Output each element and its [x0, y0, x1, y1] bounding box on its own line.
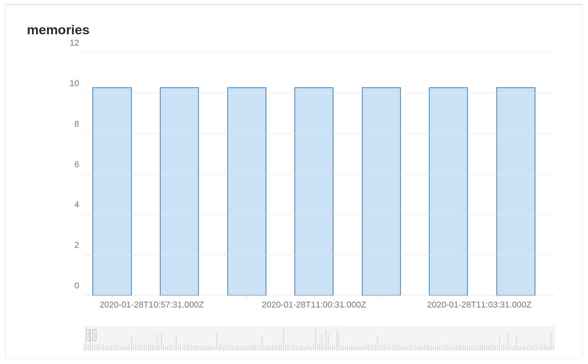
sparkline-bar [542, 345, 543, 350]
sparkline-bar [446, 345, 446, 350]
gridline [84, 134, 555, 134]
range-brush-handle-left[interactable] [86, 329, 90, 341]
sparkline-bar [99, 345, 99, 350]
y-tick-label: 10 [60, 78, 79, 88]
page-root: memories 0246810122020-01-28T10:57:31.00… [0, 0, 588, 364]
sparkline-bar [397, 345, 397, 350]
sparkline-bar [200, 346, 200, 350]
bar[interactable] [294, 87, 333, 296]
sparkline-bar [101, 346, 102, 350]
sparkline-bar [377, 336, 378, 350]
sparkline-bar [229, 346, 230, 350]
sparkline-bar [347, 344, 348, 350]
sparkline-bar [251, 345, 251, 350]
plot-area[interactable]: 0246810122020-01-28T10:57:31.000Z2020-01… [84, 53, 555, 296]
gridline [84, 53, 555, 53]
sparkline-bar [328, 334, 329, 350]
bar[interactable] [362, 87, 401, 296]
sparkline-bar [431, 346, 432, 350]
sparkline-bar [244, 345, 245, 350]
sparkline-bar [225, 345, 226, 350]
bar[interactable] [92, 87, 131, 296]
sparkline-bar [521, 346, 521, 350]
sparkline-bar [240, 346, 241, 350]
sparkline-bar [343, 345, 344, 350]
sparkline-bar [401, 345, 402, 350]
sparkline-bar [242, 346, 243, 350]
chart-card: memories 0246810122020-01-28T10:57:31.00… [5, 4, 583, 359]
sparkline-bar [172, 345, 172, 350]
gridline [84, 174, 555, 175]
sparkline-bar [495, 346, 496, 350]
sparkline-bar [197, 345, 198, 350]
sparkline-bar [238, 345, 239, 350]
sparkline-bar [124, 346, 125, 350]
y-tick-label: 8 [60, 119, 79, 129]
x-tick-mark [247, 296, 247, 298]
sparkline-bar [338, 333, 339, 350]
sparkline-bar [255, 346, 256, 350]
sparkline-bar [112, 345, 112, 350]
sparkline-bar [193, 345, 194, 350]
bar[interactable] [496, 87, 535, 296]
sparkline-bar [512, 346, 513, 350]
sparkline-bar [317, 345, 318, 350]
sparkline-bar [341, 346, 342, 350]
range-brush[interactable] [84, 326, 555, 350]
sparkline-bar [161, 333, 162, 350]
sparkline-bar [148, 344, 149, 350]
plot-container: 0246810122020-01-28T10:57:31.000Z2020-01… [25, 49, 567, 350]
sparkline-bar [279, 345, 280, 350]
sparkline-bar [493, 345, 494, 350]
sparkline-bar [456, 346, 457, 350]
sparkline-bar [375, 345, 376, 350]
sparkline-bar [332, 345, 333, 350]
sparkline-bar [427, 344, 427, 350]
sparkline-bar [163, 346, 164, 350]
sparkline-bar [553, 345, 554, 350]
sparkline-bar [144, 345, 145, 350]
sparkline-bar [191, 345, 192, 350]
bar[interactable] [429, 87, 468, 296]
sparkline-bar [459, 346, 459, 350]
sparkline-bar [371, 345, 372, 350]
gridline [84, 93, 555, 94]
sparkline-bar [416, 346, 416, 350]
sparkline-bar [452, 345, 453, 350]
sparkline-bar [429, 345, 429, 350]
sparkline-bar [514, 345, 515, 350]
gridline [84, 295, 555, 296]
sparkline-bar [206, 345, 207, 350]
sparkline-bar [510, 346, 511, 350]
sparkline-bar [362, 346, 363, 350]
sparkline-bar [315, 328, 316, 350]
sparkline-bar [467, 346, 468, 350]
x-tick-mark [448, 296, 449, 298]
sparkline-bar [309, 345, 310, 350]
range-brush-handle-right[interactable] [92, 329, 96, 341]
bar[interactable] [160, 87, 199, 296]
sparkline-bar [424, 345, 425, 350]
sparkline-bar [443, 346, 444, 350]
sparkline-bar [107, 345, 108, 350]
sparkline-bar [129, 344, 129, 350]
sparkline-bar [118, 346, 119, 350]
sparkline-bar [208, 345, 209, 350]
bar[interactable] [227, 87, 266, 296]
sparkline-bar [351, 345, 352, 350]
sparkline-bar [460, 344, 461, 350]
sparkline-bar [131, 336, 132, 350]
sparkline-bar [259, 346, 260, 350]
sparkline-bar [311, 346, 312, 350]
sparkline-bar [360, 346, 361, 350]
x-tick-mark [381, 296, 382, 298]
sparkline-bar [187, 345, 188, 350]
range-brush-track[interactable] [84, 326, 555, 350]
sparkline-bar [94, 346, 95, 350]
y-tick-label: 6 [60, 159, 79, 170]
sparkline-bar [525, 346, 526, 351]
sparkline-bar [503, 345, 504, 350]
sparkline-bar [506, 346, 507, 350]
sparkline-bar [216, 333, 217, 350]
sparkline-bar [330, 346, 331, 350]
